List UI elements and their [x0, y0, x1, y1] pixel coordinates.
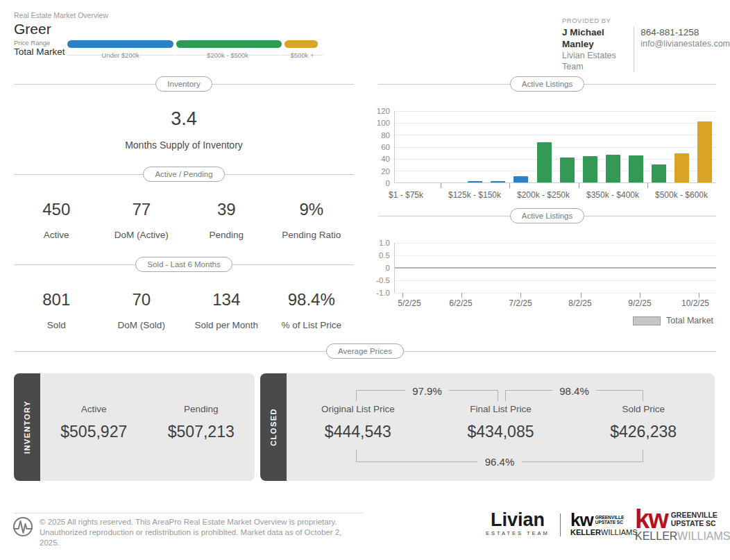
- gridline: [395, 255, 716, 256]
- bar-ytick-label: 100: [371, 119, 390, 127]
- legend-swatch: [633, 316, 661, 325]
- kw-region: GREENVILLE UPSTATE SC: [595, 515, 625, 525]
- section-pill-active-listings-bar: Active Listings: [510, 76, 585, 92]
- ratio-original-to-sold: 96.4%: [478, 456, 522, 468]
- kw-region-red: GREENVILLE UPSTATE SC: [671, 511, 718, 528]
- gridline: [395, 243, 716, 244]
- price-segment-label: $500k +: [282, 51, 323, 59]
- closed-panel-body: 97.9% 98.4% 96.4% Original List Price $4…: [287, 373, 715, 481]
- agent-name: J Michael Manley: [562, 26, 627, 50]
- line-chart-plot: [394, 243, 716, 293]
- kw-logo-red: kw GREENVILLE UPSTATE SC KELLERWILLIAMS.: [635, 509, 730, 543]
- inventory-panel-body: Active $505,927 Pending $507,213: [40, 373, 255, 481]
- x-axis-tick: [441, 183, 441, 188]
- price-segment-500k-plus: [285, 40, 318, 48]
- stat-dom-sold: 70 DoM (Sold): [99, 290, 185, 330]
- months-supply-value: 3.4: [14, 108, 354, 130]
- agent-team: Livian Estates Team: [562, 50, 627, 72]
- bar-xtick-label: $500k - $600k: [655, 190, 708, 200]
- line-xtick-label: 8/2/25: [568, 298, 591, 308]
- section-rule-bar-chart: Active Listings: [378, 76, 716, 92]
- bar-xtick-label: $1 - $75k: [389, 190, 423, 200]
- stat-dom-active: 77 DoM (Active): [99, 200, 185, 240]
- total-market-label: Total Market: [14, 46, 65, 57]
- kw-brand: KELLERWILLIAMS.: [570, 528, 640, 536]
- avg-price-active: Active $505,927: [40, 373, 148, 481]
- price-segment-label: Under $200k: [67, 51, 173, 59]
- x-axis-tick: [699, 293, 699, 298]
- bar-chart-bars: [395, 111, 716, 183]
- section-rule-sold: Sold - Last 6 Months: [14, 257, 354, 272]
- bar-ytick-label: 0: [371, 179, 390, 187]
- logo-divider: [560, 514, 561, 536]
- x-axis-tick: [640, 293, 640, 298]
- x-axis-tick: [509, 183, 510, 188]
- ratio-bracket-original-to-sold: 96.4%: [356, 450, 643, 462]
- closed-prices-panel: CLOSED 97.9% 98.4% 96.4% Original List P…: [260, 373, 715, 481]
- legend-label: Total Market: [666, 316, 713, 325]
- section-pill-inventory: Inventory: [155, 76, 212, 92]
- line-xtick-label: 6/2/25: [449, 298, 472, 308]
- x-axis-tick: [581, 293, 582, 298]
- page-title: Greer: [14, 21, 51, 37]
- stat-sold: 801 Sold: [14, 290, 99, 330]
- agent-phone: 864-881-1258: [640, 26, 730, 38]
- line-xtick-label: 10/2/25: [681, 298, 709, 308]
- price-range-labels: Under $200k $200k - $500k $500k +: [67, 51, 323, 59]
- ratio-final-to-sold: 98.4%: [552, 385, 596, 397]
- inventory-prices-panel: INVENTORY Active $505,927 Pending $507,2…: [14, 373, 255, 481]
- price-segment-label: $200k - $500k: [175, 51, 280, 59]
- line-xtick-label: 9/2/25: [628, 298, 651, 308]
- section-pill-active-listings-line: Active Listings: [510, 208, 585, 223]
- agent-email: info@livianestates.com: [640, 38, 730, 49]
- chart-legend: Total Market: [633, 316, 713, 325]
- section-rule-average-prices: Average Prices: [14, 343, 716, 359]
- bar-ytick-label: 20: [371, 167, 390, 176]
- bar-9: [606, 155, 620, 183]
- active-pending-stats-row: 450 Active 77 DoM (Active) 39 Pending 9%…: [14, 200, 354, 240]
- bar-7: [560, 158, 575, 183]
- footer-divider: [14, 513, 363, 514]
- months-supply-label: Months Supply of Inventory: [14, 139, 354, 151]
- provided-by-label: PROVIDED BY: [562, 17, 730, 24]
- gridline: [395, 293, 716, 294]
- bar-xtick-label: $350k - $400k: [586, 190, 639, 200]
- price-range-bar: [67, 40, 318, 48]
- bar-xtick-label: $200k - $250k: [517, 190, 570, 200]
- bar-xtick-label: $125k - $150k: [448, 190, 501, 200]
- kw-mark-red: kw: [635, 509, 668, 529]
- bar-10: [629, 155, 643, 183]
- section-pill-active-pending: Active / Pending: [143, 167, 224, 182]
- x-axis-tick: [520, 293, 521, 298]
- section-rule-line-chart: Active Listings: [378, 208, 716, 223]
- line-xtick-label: 7/2/25: [509, 298, 532, 308]
- ratio-original-to-final: 97.9%: [405, 385, 449, 397]
- stat-pending: 39 Pending: [184, 200, 269, 240]
- bar-13: [697, 121, 712, 183]
- ratio-bracket-final-to-sold: 98.4%: [505, 390, 643, 401]
- bar-chart-plot: [394, 111, 716, 183]
- bar-12: [674, 153, 689, 183]
- stat-sold-per-month: 134 Sold per Month: [184, 290, 269, 330]
- ratio-bracket-original-to-final: 97.9%: [356, 390, 498, 401]
- bar-ytick-label: 80: [371, 131, 390, 139]
- total-market-line: [395, 267, 716, 269]
- section-rule-inventory: Inventory: [14, 76, 354, 92]
- kw-brand-red: KELLERWILLIAMS.: [635, 530, 730, 543]
- copyright-text: © 2025 All rights reserved. This AreaPro…: [40, 517, 360, 548]
- line-ytick-label: 0: [371, 264, 390, 272]
- line-ytick-label: 0.5: [371, 251, 390, 260]
- provided-by-block: PROVIDED BY J Michael Manley Livian Esta…: [562, 17, 730, 72]
- report-page: Real Estate Market Overview Greer Price …: [0, 0, 730, 560]
- x-axis-tick: [579, 183, 579, 188]
- bar-8: [583, 156, 597, 183]
- x-axis-tick: [647, 183, 648, 188]
- closed-panel-tab: CLOSED: [260, 373, 287, 481]
- stat-pending-ratio: 9% Pending Ratio: [269, 200, 355, 240]
- inventory-panel-tab: INVENTORY: [14, 373, 40, 481]
- bar-ytick-label: 40: [371, 155, 390, 163]
- livian-logo: Livian ESTATES TEAM: [486, 511, 550, 536]
- kw-mark: kw: [570, 513, 593, 527]
- line-ytick-label: -0.5: [371, 276, 390, 285]
- sold-stats-row: 801 Sold 70 DoM (Sold) 134 Sold per Mont…: [14, 290, 354, 330]
